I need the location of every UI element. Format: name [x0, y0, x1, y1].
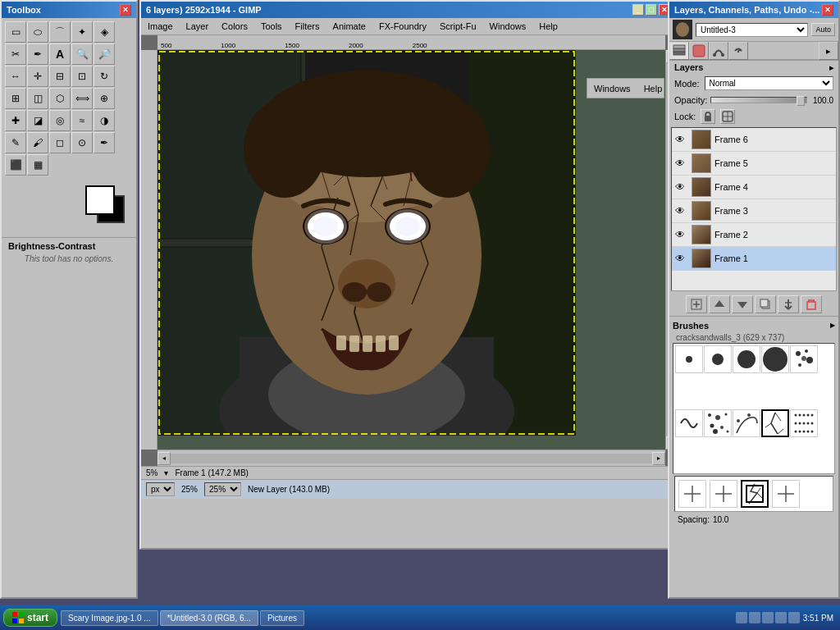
move-tool[interactable]: ✛ — [27, 66, 48, 87]
new-layer-button[interactable] — [686, 295, 707, 313]
scroll-right-button[interactable]: ▸ — [652, 452, 665, 465]
layer-row-frame3[interactable]: 👁 Frame 3 — [672, 199, 836, 223]
layers-section-expand[interactable]: ▸ — [829, 63, 833, 72]
clone-tool[interactable]: ⊕ — [94, 88, 115, 109]
brush-plus-1[interactable] — [678, 480, 706, 508]
rotate-tool[interactable]: ↻ — [94, 66, 115, 87]
scroll-left-button[interactable]: ◂ — [158, 452, 171, 465]
shear-tool[interactable]: ◫ — [27, 88, 48, 109]
menu-help[interactable]: Help — [536, 20, 561, 33]
unit-select[interactable]: px — [146, 482, 175, 496]
opacity-slider-thumb[interactable] — [797, 96, 805, 106]
select-by-color-tool[interactable]: ◈ — [94, 21, 115, 43]
layer-row-frame1[interactable]: 👁 Frame 1 — [672, 247, 836, 271]
layer-visibility-frame3[interactable]: 👁 — [675, 205, 688, 217]
taskbar-item-pictures[interactable]: Pictures — [260, 610, 304, 626]
airbrush-tool[interactable]: ⊙ — [71, 132, 93, 153]
duplicate-layer-button[interactable] — [755, 295, 776, 313]
channels-tab[interactable] — [689, 42, 709, 60]
brush-item-xlarge-circle[interactable] — [761, 345, 789, 373]
brush-item-small-circle[interactable] — [675, 345, 703, 373]
align-tool[interactable]: ⊟ — [49, 66, 71, 87]
horizontal-scrollbar[interactable]: ◂ ▸ — [158, 450, 665, 466]
lock-position-button[interactable] — [720, 109, 735, 124]
layer-row-frame2[interactable]: 👁 Frame 2 — [672, 223, 836, 247]
taskbar-item-untitled3[interactable]: *Untitled-3.0 (RGB, 6... — [160, 610, 258, 626]
layer-visibility-frame2[interactable]: 👁 — [675, 229, 688, 240]
menu-fx-foundry[interactable]: FX-Foundry — [376, 20, 430, 33]
paintbrush-tool[interactable]: 🖌 — [27, 132, 48, 153]
layer-row-frame6[interactable]: 👁 Frame 6 — [672, 128, 836, 152]
perspective-clone-tool[interactable]: ◪ — [27, 110, 48, 131]
dodge-burn-tool[interactable]: ◑ — [94, 110, 115, 131]
layer-visibility-frame5[interactable]: 👁 — [675, 158, 688, 169]
delete-layer-button[interactable] — [801, 295, 822, 313]
lower-layer-button[interactable] — [732, 295, 753, 313]
start-button[interactable]: start — [3, 609, 57, 627]
opacity-slider[interactable] — [710, 97, 807, 103]
bucket-fill-tool[interactable]: ⬛ — [5, 154, 26, 176]
raise-layer-button[interactable] — [709, 295, 730, 313]
brushes-expand-button[interactable]: ▸ — [830, 320, 835, 331]
magnify-tool[interactable]: 🔎 — [94, 43, 115, 65]
brush-cross-3[interactable] — [772, 480, 800, 508]
brush-item-vine[interactable] — [733, 409, 760, 437]
brush-plus-2[interactable] — [710, 480, 737, 508]
anchor-layer-button[interactable] — [778, 295, 799, 313]
menu-animate[interactable]: Animate — [330, 20, 369, 33]
ellipse-select-tool[interactable]: ⬭ — [27, 21, 48, 43]
brush-item-scattered[interactable] — [704, 409, 732, 437]
crop-tool[interactable]: ⊡ — [71, 66, 93, 87]
taskbar-item-scary-image[interactable]: Scary Image.jpg-1.0 ... — [61, 610, 158, 626]
layer-mode-select[interactable]: Normal — [705, 76, 833, 90]
toolbox-close-button[interactable]: ✕ — [120, 4, 131, 16]
blur-tool[interactable]: ◎ — [49, 110, 71, 131]
ink-tool[interactable]: ✒ — [94, 132, 115, 153]
brush-item-cracks[interactable] — [761, 409, 789, 437]
layer-visibility-frame1[interactable]: 👁 — [675, 253, 688, 264]
scroll-track-h[interactable] — [171, 454, 652, 463]
image-selector-dropdown[interactable]: Untitled-3 — [696, 23, 808, 37]
layer-visibility-frame6[interactable]: 👁 — [675, 134, 688, 145]
layer-row-frame5[interactable]: 👁 Frame 5 — [672, 152, 836, 176]
brush-item-large-circle[interactable] — [733, 345, 760, 373]
brush-item-dots[interactable] — [790, 409, 818, 437]
menu-filters[interactable]: Filters — [292, 20, 323, 33]
undo-tab[interactable] — [728, 42, 748, 60]
layers-tab[interactable] — [669, 42, 689, 60]
lasso-tool[interactable]: ⌒ — [49, 21, 71, 43]
rect-select-tool[interactable]: ▭ — [5, 21, 26, 43]
secondary-windows-menu[interactable]: Windows — [591, 82, 634, 95]
blend-tool[interactable]: ▦ — [27, 154, 48, 176]
flip-tool[interactable]: ⟺ — [71, 88, 93, 109]
paths-tab[interactable] — [709, 42, 728, 60]
brush-item-splatter[interactable] — [790, 345, 818, 373]
brush-item-medium-circle[interactable] — [704, 345, 732, 373]
menu-colors[interactable]: Colors — [218, 20, 251, 33]
text-tool[interactable]: A — [49, 43, 71, 65]
canvas-scroll-area[interactable] — [158, 50, 665, 450]
zoom-dropdown-arrow[interactable]: ▾ — [164, 468, 168, 477]
layers-panel-close-button[interactable]: ✕ — [822, 4, 833, 16]
fuzzy-select-tool[interactable]: ✦ — [71, 21, 93, 43]
lock-pixels-button[interactable] — [701, 109, 715, 124]
auto-button[interactable]: Auto — [811, 23, 835, 36]
measure-tool[interactable]: ↔ — [5, 66, 26, 87]
secondary-help-menu[interactable]: Help — [641, 82, 666, 95]
layers-expand-button[interactable]: ▸ — [819, 42, 838, 60]
brush-selected-cracks2[interactable] — [741, 480, 769, 508]
smudge-tool[interactable]: ≈ — [71, 110, 93, 131]
brush-item-texture[interactable] — [675, 409, 703, 437]
pencil-tool[interactable]: ✎ — [5, 132, 26, 153]
gimp-minimize-button[interactable]: _ — [632, 4, 644, 16]
heal-tool[interactable]: ✚ — [5, 110, 26, 131]
gimp-maximize-button[interactable]: □ — [646, 4, 657, 16]
eraser-tool[interactable]: ◻ — [49, 132, 71, 153]
foreground-color-swatch[interactable] — [85, 185, 115, 215]
perspective-tool[interactable]: ⬡ — [49, 88, 71, 109]
layer-row-frame4[interactable]: 👁 Frame 4 — [672, 176, 836, 199]
menu-layer[interactable]: Layer — [183, 20, 212, 33]
color-picker-tool[interactable]: 🔍 — [71, 43, 93, 65]
zoom-select[interactable]: 25% — [204, 482, 241, 496]
menu-script-fu[interactable]: Script-Fu — [436, 20, 480, 33]
